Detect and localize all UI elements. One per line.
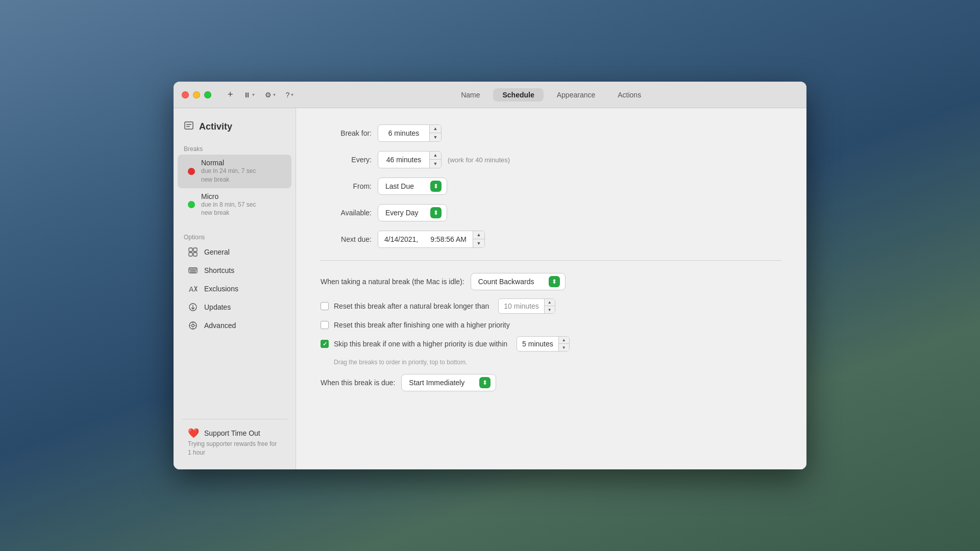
skip-label: Skip this break if one with a higher pri…: [334, 340, 507, 348]
exclusions-label: Exclusions: [204, 285, 238, 293]
svg-rect-4: [193, 248, 197, 252]
titlebar: + ⏸ ▾ ⚙ ▾ ? ▾ Name Schedule Appearance A…: [174, 82, 806, 108]
help-icon: ?: [286, 91, 290, 99]
advanced-label: Advanced: [204, 321, 236, 330]
every-hint: (work for 40 minutes): [448, 156, 510, 164]
next-due-label: Next due:: [321, 235, 372, 243]
every-field[interactable]: 46 minutes ▲ ▼: [378, 151, 442, 168]
main-content: Activity Breaks Normal due in 24 min, 7 …: [174, 108, 806, 469]
svg-rect-10: [194, 269, 196, 270]
pause-chevron-icon: ▾: [252, 92, 255, 97]
tab-appearance[interactable]: Appearance: [548, 88, 605, 102]
sidebar-item-shortcuts[interactable]: Shortcuts: [178, 261, 291, 280]
skip-decrement[interactable]: ▼: [559, 344, 569, 351]
reset1-label: Reset this break after a natural break l…: [334, 302, 489, 310]
svg-rect-9: [192, 269, 194, 270]
natural-break-select[interactable]: Count Backwards ⬍: [471, 273, 566, 290]
available-arrow-icon: ⬍: [430, 207, 442, 218]
sidebar-item-advanced[interactable]: Advanced: [178, 316, 291, 335]
maximize-button[interactable]: [204, 91, 211, 98]
general-label: General: [204, 248, 230, 256]
normal-break-dot: [188, 168, 195, 175]
svg-rect-3: [189, 248, 192, 252]
natural-break-value: Count Backwards: [478, 278, 545, 286]
available-select[interactable]: Every Day ⬍: [378, 204, 447, 221]
pause-icon: ⏸: [243, 91, 251, 99]
reset1-decrement[interactable]: ▼: [545, 306, 555, 313]
exclusions-icon: A: [188, 284, 198, 294]
settings-button[interactable]: ⚙ ▾: [261, 89, 280, 101]
break-for-row: Break for: 6 minutes ▲ ▼: [321, 124, 782, 142]
reset2-checkbox[interactable]: [321, 321, 329, 329]
updates-icon: [188, 302, 198, 312]
svg-text:A: A: [189, 285, 194, 293]
sidebar-item-updates[interactable]: Updates: [178, 298, 291, 316]
sidebar-item-support[interactable]: ❤️ Support Time Out Trying supporter rew…: [178, 423, 291, 461]
sidebar-item-exclusions[interactable]: A Exclusions: [178, 280, 291, 298]
break-for-value: 6 minutes: [378, 127, 429, 140]
next-due-field[interactable]: 4/14/2021, 9:58:56 AM ▲ ▼: [378, 231, 485, 248]
sidebar-item-normal[interactable]: Normal due in 24 min, 7 sec new break: [178, 155, 291, 188]
when-due-row: When this break is due: Start Immediatel…: [321, 374, 782, 391]
from-label: From:: [321, 182, 372, 190]
every-stepper: ▲ ▼: [429, 152, 441, 168]
natural-break-arrow-icon: ⬍: [549, 276, 560, 287]
available-row: Available: Every Day ⬍: [321, 204, 782, 221]
traffic-lights: [182, 91, 211, 98]
svg-rect-11: [190, 271, 195, 272]
when-due-select[interactable]: Start Immediately ⬍: [401, 374, 496, 391]
add-button[interactable]: +: [224, 87, 237, 102]
next-due-decrement[interactable]: ▼: [473, 239, 484, 247]
sidebar-item-general[interactable]: General: [178, 243, 291, 261]
every-value: 46 minutes: [378, 153, 429, 166]
natural-break-label: When taking a natural break (the Mac is …: [321, 278, 464, 286]
svg-rect-8: [190, 269, 191, 270]
every-label: Every:: [321, 156, 372, 164]
break-for-increment[interactable]: ▲: [430, 125, 441, 133]
minimize-button[interactable]: [193, 91, 200, 98]
reset1-field[interactable]: 10 minutes ▲ ▼: [498, 298, 555, 314]
settings-chevron-icon: ▾: [273, 92, 276, 97]
svg-rect-5: [189, 253, 192, 256]
skip-checkbox[interactable]: [321, 340, 329, 348]
close-button[interactable]: [182, 91, 189, 98]
reset1-increment[interactable]: ▲: [545, 299, 555, 306]
every-increment[interactable]: ▲: [430, 152, 441, 160]
drag-hint: Drag the breaks to order in priority, to…: [334, 359, 782, 366]
every-decrement[interactable]: ▼: [430, 160, 441, 168]
sidebar-item-micro[interactable]: Micro due in 8 min, 57 sec new break: [178, 188, 291, 222]
next-due-date: 4/14/2021,: [378, 233, 424, 246]
reset2-row: Reset this break after finishing one wit…: [321, 321, 782, 329]
when-due-value: Start Immediately: [409, 379, 475, 387]
breaks-section-title: Breaks: [174, 141, 296, 155]
next-due-increment[interactable]: ▲: [473, 231, 484, 239]
options-section-title: Options: [174, 230, 296, 243]
when-due-arrow-icon: ⬍: [479, 377, 491, 388]
tab-name[interactable]: Name: [452, 88, 489, 102]
svg-rect-0: [185, 122, 193, 129]
from-select[interactable]: Last Due ⬍: [378, 178, 447, 195]
when-due-label: When this break is due:: [321, 379, 395, 387]
reset1-stepper: ▲ ▼: [544, 299, 555, 313]
skip-field[interactable]: 5 minutes ▲ ▼: [517, 336, 570, 352]
normal-break-text: Normal due in 24 min, 7 sec new break: [201, 159, 281, 184]
skip-increment[interactable]: ▲: [559, 337, 569, 344]
reset1-value: 10 minutes: [499, 300, 544, 312]
micro-break-label: Micro: [201, 192, 281, 201]
break-for-field[interactable]: 6 minutes ▲ ▼: [378, 124, 442, 142]
normal-break-sub1: due in 24 min, 7 sec: [201, 167, 281, 176]
tab-actions[interactable]: Actions: [608, 88, 650, 102]
tab-schedule[interactable]: Schedule: [493, 88, 543, 102]
reset1-checkbox[interactable]: [321, 302, 329, 310]
pause-button[interactable]: ⏸ ▾: [239, 89, 259, 101]
break-for-stepper: ▲ ▼: [429, 125, 441, 141]
reset1-row: Reset this break after a natural break l…: [321, 298, 782, 314]
shortcuts-icon: [188, 265, 198, 276]
support-section: ❤️ Support Time Out Trying supporter rew…: [174, 407, 296, 461]
next-due-stepper: ▲ ▼: [473, 231, 484, 247]
svg-rect-6: [193, 253, 197, 256]
break-for-decrement[interactable]: ▼: [430, 133, 441, 141]
help-button[interactable]: ? ▾: [282, 89, 298, 101]
from-value: Last Due: [385, 182, 426, 190]
micro-break-sub2: new break: [201, 209, 281, 217]
